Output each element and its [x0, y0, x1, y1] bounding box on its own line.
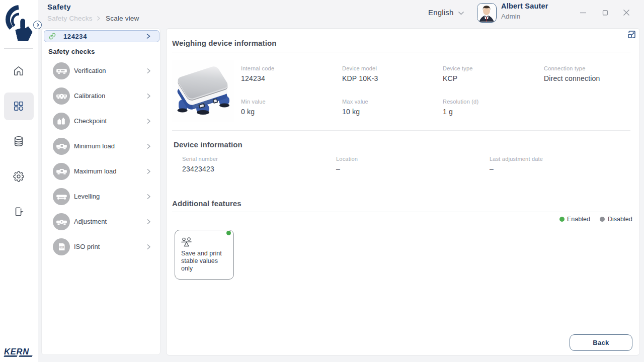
svg-text:KERN: KERN: [4, 347, 29, 356]
svg-text:ISO: ISO: [60, 246, 64, 248]
